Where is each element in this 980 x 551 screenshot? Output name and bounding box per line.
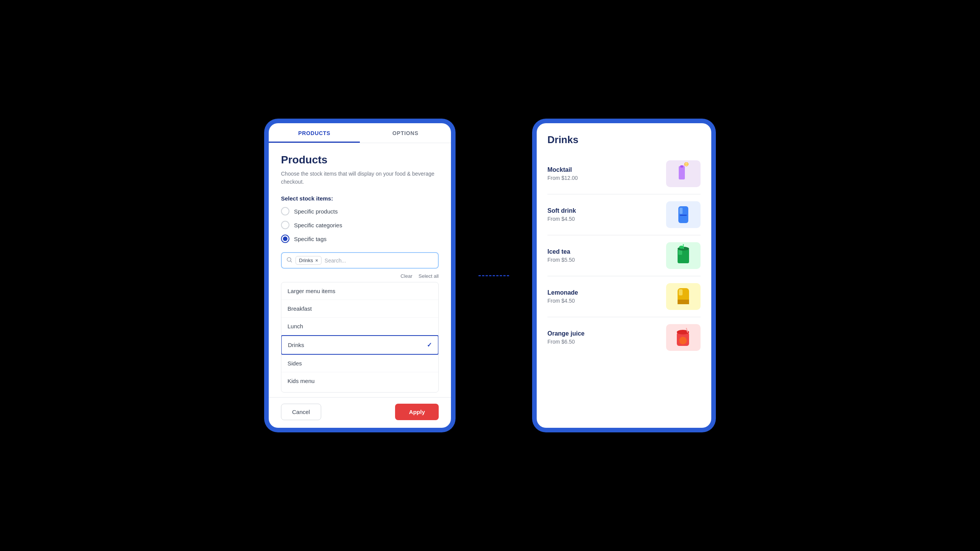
- tag-chip-label: Drinks: [299, 258, 313, 263]
- dropdown-actions: Clear Select all: [281, 270, 439, 282]
- radio-label-categories: Specific categories: [294, 222, 342, 228]
- radio-group: Specific products Specific categories Sp…: [281, 207, 439, 243]
- drink-info-softdrink: Soft drink From $4.50: [547, 207, 576, 222]
- tab-options[interactable]: OPTIONS: [360, 123, 451, 143]
- drink-price-mocktail: From $12.00: [547, 175, 578, 181]
- radio-label-tags: Specific tags: [294, 236, 327, 242]
- drink-item-orange: Orange juice From $6.50: [547, 317, 701, 358]
- dropdown-item-label: Breakfast: [287, 305, 312, 312]
- right-panel-title: Drinks: [547, 134, 701, 146]
- dropdown-item-label: Sides: [287, 360, 302, 367]
- drink-info-icedtea: Iced tea From $5.50: [547, 248, 575, 263]
- drink-name-orange: Orange juice: [547, 330, 585, 337]
- dropdown-item-larger[interactable]: Larger menu items: [281, 282, 438, 300]
- dropdown-item-label: Larger menu items: [287, 288, 335, 294]
- svg-rect-16: [679, 289, 683, 295]
- dropdown-item-label: Drinks: [288, 342, 304, 348]
- tag-chip-drinks[interactable]: Drinks ×: [296, 256, 322, 265]
- drink-info-orange: Orange juice From $6.50: [547, 330, 585, 345]
- drink-name-mocktail: Mocktail: [547, 166, 578, 173]
- svg-rect-2: [679, 166, 685, 179]
- dropdown-item-lunch[interactable]: Lunch: [281, 318, 438, 335]
- panel-footer: Cancel Apply: [269, 397, 451, 428]
- page-title: Products: [281, 154, 439, 166]
- section-label: Select stock items:: [281, 195, 439, 202]
- connector: [479, 275, 509, 276]
- drink-name-icedtea: Iced tea: [547, 248, 575, 255]
- drink-name-softdrink: Soft drink: [547, 207, 576, 214]
- left-device: PRODUCTS OPTIONS Products Choose the sto…: [264, 119, 456, 432]
- svg-line-1: [291, 261, 292, 262]
- drink-item-icedtea: Iced tea From $5.50: [547, 235, 701, 276]
- drink-image-mocktail: [666, 160, 701, 187]
- search-icon: [286, 257, 292, 264]
- dropdown-item-sides[interactable]: Sides: [281, 355, 438, 372]
- drink-image-softdrink: [666, 201, 701, 228]
- dropdown-item-drinks[interactable]: Drinks ✓: [281, 335, 439, 355]
- tag-chip-remove[interactable]: ×: [315, 258, 318, 263]
- radio-circle-products: [281, 207, 289, 215]
- svg-rect-3: [680, 165, 683, 168]
- radio-circle-tags: [281, 235, 289, 243]
- page-description: Choose the stock items that will display…: [281, 170, 439, 186]
- tab-products[interactable]: PRODUCTS: [269, 123, 360, 143]
- radio-specific-tags[interactable]: Specific tags: [281, 235, 439, 243]
- drink-image-icedtea: [666, 242, 701, 269]
- drink-name-lemonade: Lemonade: [547, 289, 578, 296]
- right-device: Drinks Mocktail From $12.00 Soft drink: [532, 119, 716, 432]
- drink-info-lemonade: Lemonade From $4.50: [547, 289, 578, 304]
- dropdown-item-kids[interactable]: Kids menu: [281, 372, 438, 390]
- drink-price-orange: From $6.50: [547, 339, 585, 345]
- right-panel: Drinks Mocktail From $12.00 Soft drink: [537, 123, 711, 428]
- radio-specific-categories[interactable]: Specific categories: [281, 221, 439, 229]
- drink-price-lemonade: From $4.50: [547, 298, 578, 304]
- drink-price-icedtea: From $5.50: [547, 257, 575, 263]
- radio-circle-categories: [281, 221, 289, 229]
- check-icon: ✓: [427, 341, 432, 349]
- svg-point-20: [679, 337, 687, 344]
- svg-rect-8: [679, 208, 683, 214]
- search-input[interactable]: Search...: [325, 258, 433, 264]
- search-box[interactable]: Drinks × Search...: [281, 252, 439, 269]
- drink-price-softdrink: From $4.50: [547, 216, 576, 222]
- dropdown-list: Larger menu items Breakfast Lunch Drinks…: [281, 282, 439, 393]
- svg-rect-9: [680, 215, 687, 216]
- cancel-button[interactable]: Cancel: [281, 404, 321, 420]
- drink-info-mocktail: Mocktail From $12.00: [547, 166, 578, 181]
- dropdown-item-label: Lunch: [287, 323, 303, 329]
- drink-item-mocktail: Mocktail From $12.00: [547, 153, 701, 194]
- dropdown-item-breakfast[interactable]: Breakfast: [281, 300, 438, 318]
- select-all-button[interactable]: Select all: [418, 273, 439, 279]
- drink-image-lemonade: [666, 283, 701, 310]
- left-panel: PRODUCTS OPTIONS Products Choose the sto…: [269, 123, 451, 428]
- dropdown-item-label: Kids menu: [287, 378, 315, 384]
- apply-button[interactable]: Apply: [395, 404, 439, 420]
- dashed-connector-line: [479, 275, 509, 276]
- panel-content: Products Choose the stock items that wil…: [269, 143, 451, 393]
- svg-point-14: [679, 246, 684, 249]
- clear-button[interactable]: Clear: [400, 273, 412, 279]
- drink-item-softdrink: Soft drink From $4.50: [547, 194, 701, 235]
- radio-specific-products[interactable]: Specific products: [281, 207, 439, 215]
- tab-bar: PRODUCTS OPTIONS: [269, 123, 451, 143]
- svg-rect-17: [678, 300, 689, 304]
- radio-label-products: Specific products: [294, 208, 338, 215]
- drink-image-orange: [666, 324, 701, 351]
- drink-item-lemonade: Lemonade From $4.50: [547, 276, 701, 317]
